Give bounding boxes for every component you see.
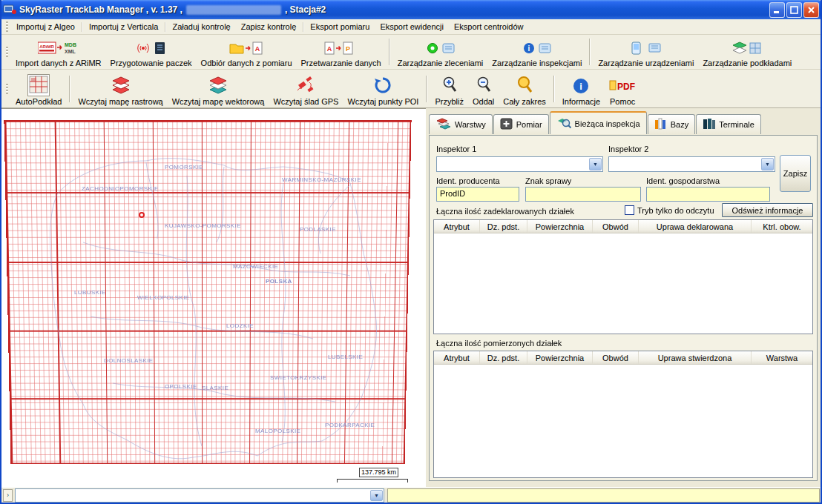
- declared-parcels-table[interactable]: Atrybut Dz. pdst. Powierzchnia Obwód Upr…: [433, 219, 813, 334]
- zapisz-button[interactable]: Zapisz: [780, 155, 811, 192]
- chevron-down-icon[interactable]: ▼: [370, 490, 383, 501]
- column-header[interactable]: Uprawa stwierdzona: [639, 351, 752, 364]
- expand-arrow-icon[interactable]: ›: [3, 489, 13, 502]
- map-scale-label: 137.795 km: [359, 468, 398, 477]
- ident-producenta-field[interactable]: ProdID: [436, 187, 519, 202]
- info-list-icon: i: [522, 40, 553, 58]
- menubar-gripper[interactable]: [6, 21, 8, 32]
- zarzadzanie-urzadzeniami-button[interactable]: Zarządzanie urządzeniami: [594, 36, 698, 68]
- toolbar-map: AutoPodkład Wczytaj mapę rastrową Wczyta…: [1, 70, 821, 108]
- column-header[interactable]: Powierzchnia: [527, 220, 593, 233]
- inspector1-label: Inspektor 1: [436, 145, 476, 153]
- plus-square-icon: [500, 118, 513, 131]
- ident-gospodarstwa-field[interactable]: [646, 187, 770, 202]
- wczytaj-mape-rastrowa-button[interactable]: Wczytaj mapę rastrową: [73, 70, 167, 107]
- zarzadzanie-podkladami-button[interactable]: Zarządzanie podkładami: [698, 36, 796, 68]
- przygotowanie-paczek-button[interactable]: Przygotowanie paczek: [106, 36, 197, 68]
- redacted-text: [186, 5, 281, 15]
- zoom-out-icon: [475, 76, 493, 96]
- column-header[interactable]: Ktrl. obow.: [752, 220, 812, 233]
- declared-parcels-label: Łączna ilość zadeklarowanych działek: [436, 207, 574, 216]
- chevron-down-icon[interactable]: ▼: [589, 158, 602, 170]
- map-layers-icon: [731, 40, 763, 58]
- maximize-button[interactable]: [786, 2, 802, 18]
- menu-zaladuj-kontrole[interactable]: Załaduj kontrolę: [167, 20, 235, 33]
- column-header[interactable]: Uprawa deklarowana: [639, 220, 752, 233]
- zarzadzanie-zleceniami-button[interactable]: Zarządzanie zleceniami: [393, 36, 488, 68]
- map-marker: [139, 212, 145, 218]
- poi-circular-arrow-icon: [372, 76, 393, 96]
- menu-importuj-z-verticala[interactable]: Importuj z Verticala: [84, 20, 164, 33]
- svg-text:i: i: [527, 44, 530, 53]
- tab-terminale[interactable]: Terminale: [696, 114, 761, 134]
- column-header[interactable]: Warstwa: [752, 351, 812, 364]
- column-header[interactable]: Dz. pdst.: [480, 351, 527, 364]
- zarzadzanie-inspekcjami-button[interactable]: i Zarządzanie inspekcjami: [487, 36, 586, 68]
- menu-zapisz-kontrole[interactable]: Zapisz kontrolę: [236, 20, 302, 33]
- pomoc-button[interactable]: PDF Pomoc: [605, 70, 640, 107]
- layers-icon: [435, 118, 452, 131]
- zoom-in-icon: [441, 76, 458, 96]
- status-bar: › ▼: [1, 487, 821, 503]
- auto-basemap-icon: [27, 74, 50, 96]
- minimize-button[interactable]: [769, 2, 785, 18]
- toolbar-gripper[interactable]: [6, 84, 8, 94]
- inspector1-select[interactable]: ▼: [436, 156, 603, 172]
- menu-eksport-pomiaru[interactable]: Eksport pomiaru: [305, 20, 375, 33]
- databases-icon: [654, 118, 668, 131]
- tab-biezaca-inspekcja[interactable]: Bieżąca inspekcja: [550, 111, 647, 134]
- toolbar-gripper[interactable]: [6, 47, 8, 57]
- tab-warstwy[interactable]: Warstwy: [429, 114, 493, 134]
- tab-bazy[interactable]: Bazy: [648, 114, 695, 134]
- wczytaj-slad-gps-button[interactable]: Wczytaj ślad GPS: [269, 70, 343, 107]
- tab-strip: Warstwy Pomiar Bieżąca inspekcja Bazy: [429, 111, 761, 134]
- svg-text:A: A: [326, 45, 332, 53]
- close-button[interactable]: [803, 2, 819, 18]
- odswiez-informacje-button[interactable]: Odśwież informacje: [722, 203, 813, 217]
- przetwarzanie-danych-button[interactable]: A P Przetwarzanie danych: [297, 36, 386, 68]
- svg-text:PDF: PDF: [617, 82, 635, 92]
- odbior-danych-button[interactable]: A Odbiór danych z pomiaru: [197, 36, 297, 68]
- menu-eksport-centroidow[interactable]: Eksport centroidów: [449, 20, 529, 33]
- column-header[interactable]: Atrybut: [434, 351, 480, 364]
- svg-text:MDB: MDB: [65, 42, 76, 47]
- toolbar-separator: [426, 76, 427, 102]
- informacje-button[interactable]: i Informacje: [558, 70, 605, 107]
- command-combo[interactable]: ▼: [15, 488, 384, 503]
- gps-satellite-icon: [295, 76, 316, 96]
- column-header[interactable]: Atrybut: [434, 220, 480, 233]
- info-icon: i: [572, 77, 590, 96]
- toolbar-separator: [389, 39, 390, 65]
- tab-pomiar[interactable]: Pomiar: [493, 114, 549, 134]
- znak-sprawy-field[interactable]: [525, 187, 641, 202]
- oddal-button[interactable]: Oddal: [468, 70, 499, 107]
- column-header[interactable]: Dz. pdst.: [480, 220, 527, 233]
- toolbar-separator: [589, 39, 591, 65]
- menu-importuj-z-algeo[interactable]: Importuj z Algeo: [11, 20, 80, 33]
- measured-parcels-table[interactable]: Atrybut Dz. pdst. Powierzchnia Obwód Upr…: [433, 351, 813, 478]
- wczytaj-mape-wektorowa-button[interactable]: Wczytaj mapę wektorową: [168, 70, 269, 107]
- window-title: SkyRaster TrackLab Manager , v. 1.37 , ,…: [19, 4, 326, 15]
- column-header[interactable]: Obwód: [593, 351, 639, 364]
- chevron-down-icon[interactable]: ▼: [761, 158, 774, 170]
- svg-text:ARiMR: ARiMR: [39, 44, 54, 49]
- autopodklad-button[interactable]: AutoPodkład: [11, 70, 66, 107]
- column-header[interactable]: Obwód: [593, 220, 639, 233]
- measured-parcels-label: Łączna ilość pomierzonych działek: [436, 339, 562, 348]
- wczytaj-punkty-poi-button[interactable]: Wczytaj punkty POI: [343, 70, 423, 107]
- svg-text:P: P: [346, 45, 350, 53]
- title-bar[interactable]: SkyRaster TrackLab Manager , v. 1.37 , ,…: [0, 0, 822, 19]
- caly-zakres-button[interactable]: Cały zakres: [499, 70, 550, 107]
- column-header[interactable]: Powierzchnia: [527, 351, 593, 364]
- zoom-extent-icon: [516, 76, 533, 96]
- ident-producenta-label: Ident. producenta: [436, 176, 500, 185]
- svg-text:A: A: [255, 45, 260, 53]
- svg-text:i: i: [580, 81, 583, 92]
- import-arimr-button[interactable]: ARiMR MDB XML Import danych z ARiMR: [11, 36, 106, 68]
- readonly-checkbox[interactable]: [625, 205, 634, 215]
- przybliz-button[interactable]: Przybliż: [430, 70, 468, 107]
- inspector2-select[interactable]: ▼: [608, 156, 775, 172]
- map-viewport[interactable]: POMORSKIE ZACHODNIOPOMORSKIE WARMINSKO-M…: [1, 108, 426, 487]
- readonly-checkbox-label: Tryb tylko do odczytu: [637, 206, 714, 215]
- menu-eksport-ewidencji[interactable]: Eksport ewidencji: [375, 20, 449, 33]
